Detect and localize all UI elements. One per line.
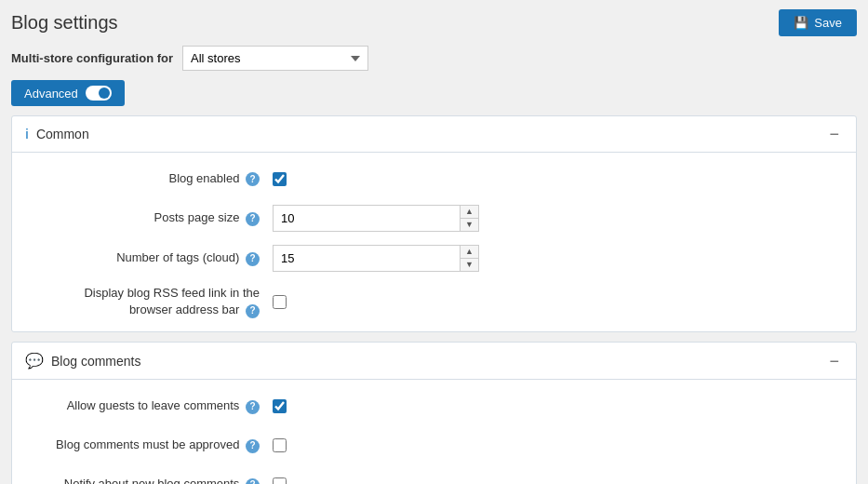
number-of-tags-help-icon[interactable]: ? [246, 252, 260, 266]
blog-enabled-control [273, 172, 287, 186]
comments-approved-row: Blog comments must be approved ? [31, 432, 837, 458]
page-wrapper: Blog settings 💾 Save Multi-store configu… [0, 0, 868, 484]
common-section-body: Blog enabled ? Posts page size ? [12, 153, 856, 331]
notify-comments-control [273, 477, 287, 484]
number-of-tags-label: Number of tags (cloud) ? [31, 249, 273, 266]
blog-enabled-help-icon[interactable]: ? [246, 172, 260, 186]
common-section-header: i Common − [12, 116, 856, 153]
blog-enabled-label: Blog enabled ? [31, 170, 273, 187]
blog-comments-section: 💬 Blog comments − Allow guests to leave … [11, 342, 857, 484]
common-section: i Common − Blog enabled ? Posts page siz… [11, 115, 857, 332]
number-of-tags-input-wrapper: ▲ ▼ [273, 245, 479, 272]
save-button[interactable]: 💾 Save [779, 9, 857, 36]
common-section-icon: i [25, 127, 29, 141]
multistore-row: Multi-store configuration for All stores [11, 46, 857, 71]
rss-feed-control [273, 295, 287, 309]
rss-feed-help-icon[interactable]: ? [246, 304, 260, 318]
save-label: Save [814, 16, 842, 30]
advanced-toggle-button[interactable]: Advanced [11, 80, 125, 106]
blog-enabled-row: Blog enabled ? [31, 166, 837, 192]
blog-comments-section-header: 💬 Blog comments − [12, 343, 856, 380]
posts-page-size-row: Posts page size ? ▲ ▼ [31, 205, 837, 232]
comments-approved-label: Blog comments must be approved ? [31, 437, 273, 453]
blog-comments-icon: 💬 [25, 352, 44, 370]
posts-page-size-label: Posts page size ? [31, 209, 273, 226]
comments-approved-help-icon[interactable]: ? [246, 439, 260, 453]
blog-comments-section-body: Allow guests to leave comments ? Blog co… [12, 380, 856, 484]
allow-guests-control [273, 399, 287, 413]
advanced-label: Advanced [24, 87, 78, 101]
number-of-tags-input[interactable] [274, 248, 460, 269]
number-of-tags-up-button[interactable]: ▲ [461, 246, 478, 259]
posts-page-size-help-icon[interactable]: ? [246, 212, 260, 226]
posts-page-size-spin-buttons: ▲ ▼ [460, 206, 478, 231]
comments-approved-control [273, 438, 287, 452]
page-title: Blog settings [11, 12, 118, 34]
notify-comments-help-icon[interactable]: ? [246, 478, 260, 484]
number-of-tags-down-button[interactable]: ▼ [461, 259, 478, 271]
common-section-title: Common [36, 127, 89, 141]
blog-comments-collapse-button[interactable]: − [825, 353, 843, 370]
number-of-tags-row: Number of tags (cloud) ? ▲ ▼ [31, 245, 837, 272]
posts-page-size-control: ▲ ▼ [273, 205, 479, 232]
blog-enabled-checkbox[interactable] [273, 172, 287, 186]
save-icon: 💾 [794, 16, 808, 30]
allow-guests-row: Allow guests to leave comments ? [31, 393, 837, 419]
notify-comments-label: Notify about new blog comments ? [31, 476, 273, 484]
rss-feed-row: Display blog RSS feed link in thebrowser… [31, 285, 837, 318]
allow-guests-checkbox[interactable] [273, 399, 287, 413]
advanced-toggle-indicator [86, 86, 112, 101]
posts-page-size-down-button[interactable]: ▼ [461, 219, 478, 231]
rss-feed-checkbox[interactable] [273, 295, 287, 309]
number-of-tags-spin-buttons: ▲ ▼ [460, 246, 478, 271]
comments-approved-checkbox[interactable] [273, 438, 287, 452]
posts-page-size-up-button[interactable]: ▲ [461, 206, 478, 219]
page-header: Blog settings 💾 Save [11, 9, 857, 36]
allow-guests-label: Allow guests to leave comments ? [31, 397, 273, 414]
notify-comments-checkbox[interactable] [273, 477, 287, 484]
blog-comments-header-left: 💬 Blog comments [25, 352, 140, 370]
notify-comments-row: Notify about new blog comments ? [31, 471, 837, 484]
rss-feed-label: Display blog RSS feed link in thebrowser… [31, 285, 273, 318]
allow-guests-help-icon[interactable]: ? [246, 400, 260, 414]
common-section-collapse-button[interactable]: − [825, 126, 843, 142]
common-section-header-left: i Common [25, 127, 89, 141]
posts-page-size-input-wrapper: ▲ ▼ [273, 205, 479, 232]
number-of-tags-control: ▲ ▼ [273, 245, 479, 272]
blog-comments-section-title: Blog comments [51, 354, 140, 369]
posts-page-size-input[interactable] [274, 208, 460, 229]
multistore-label: Multi-store configuration for [11, 51, 173, 65]
multistore-select[interactable]: All stores [182, 46, 368, 71]
